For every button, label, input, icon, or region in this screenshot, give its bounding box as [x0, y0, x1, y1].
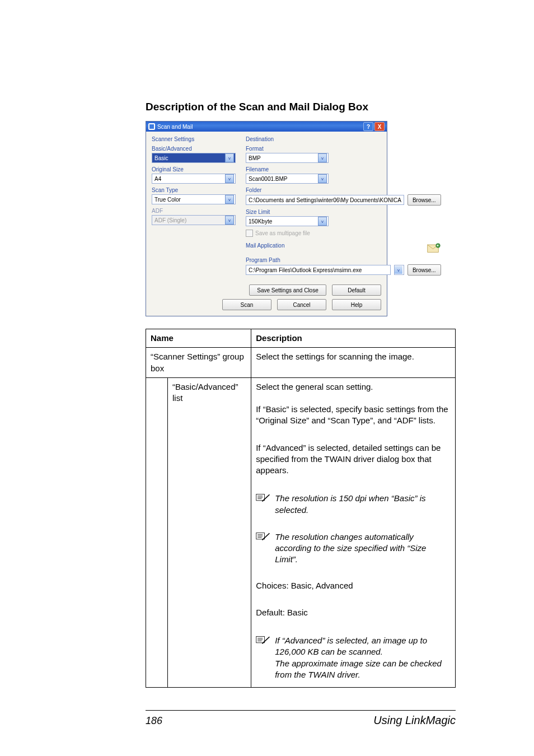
- row-desc: Select the settings for scanning the ima…: [251, 348, 456, 378]
- table-row: “Basic/Advanced” list Select the general…: [146, 377, 456, 396]
- cancel-button[interactable]: Cancel: [277, 299, 326, 310]
- scan-type-label: Scan Type: [152, 187, 236, 193]
- filename-value: Scan0001.BMP: [249, 176, 288, 182]
- chevron-down-icon: v: [225, 195, 234, 204]
- row-desc: Select the general scan setting.: [251, 377, 456, 396]
- svg-line-6: [263, 495, 270, 502]
- program-path-dropdown[interactable]: v: [394, 265, 404, 275]
- chevron-down-icon: v: [395, 266, 402, 274]
- original-size-select[interactable]: A4 v: [152, 174, 236, 184]
- scanner-settings-group-title: Scanner Settings: [152, 136, 236, 142]
- note-text: The resolution changes automatically acc…: [275, 531, 451, 566]
- note-text: The resolution is 150 dpi when “Basic” i…: [275, 493, 451, 516]
- destination-group-title: Destination: [246, 136, 441, 142]
- svg-line-18: [263, 637, 270, 643]
- format-value: BMP: [249, 155, 261, 161]
- chevron-down-icon: v: [225, 174, 234, 183]
- dialog-titlebar: Scan and Mail ? X: [146, 122, 387, 132]
- help-button-icon[interactable]: ?: [363, 122, 373, 131]
- row-name: “Basic/Advanced” list: [168, 377, 251, 687]
- filename-label: Filename: [246, 166, 441, 172]
- chevron-down-icon: v: [318, 174, 327, 183]
- row-desc: The resolution is 150 dpi when “Basic” i…: [251, 484, 456, 522]
- row-desc: The resolution changes automatically acc…: [251, 522, 456, 572]
- basic-advanced-value: Basic: [154, 155, 168, 161]
- row-desc: If “Basic” is selected, specify basic se…: [251, 396, 456, 435]
- note: The resolution is 150 dpi when “Basic” i…: [256, 493, 451, 516]
- row-desc: Choices: Basic, Advanced: [251, 572, 456, 599]
- section-title: Description of the Scan and Mail Dialog …: [146, 101, 456, 113]
- note-icon: [256, 531, 270, 542]
- table-header-description: Description: [251, 329, 456, 348]
- basic-advanced-label: Basic/Advanced: [152, 146, 236, 152]
- save-multipage-checkbox: [246, 230, 253, 237]
- program-path-label: Program Path: [246, 257, 441, 263]
- save-multipage-label: Save as multipage file: [255, 230, 310, 236]
- save-settings-close-button[interactable]: Save Settings and Close: [249, 284, 326, 296]
- note: The resolution changes automatically acc…: [256, 531, 451, 566]
- paragraph: If “Basic” is selected, specify basic se…: [256, 404, 451, 427]
- page-section-label: Using LinkMagic: [373, 714, 456, 727]
- page-footer: 186 Using LinkMagic: [146, 710, 456, 727]
- paragraph: Default: Basic: [256, 607, 451, 618]
- note-icon: [256, 493, 270, 503]
- paragraph: If “Advanced” is selected, detailed sett…: [256, 442, 451, 477]
- scan-type-select[interactable]: True Color v: [152, 194, 236, 204]
- program-path-input[interactable]: C:\Program Files\Outlook Express\msimn.e…: [246, 265, 391, 275]
- filename-select[interactable]: Scan0001.BMP v: [246, 174, 329, 184]
- chevron-down-icon: v: [318, 153, 327, 162]
- row-desc: If “Advanced” is selected, an image up t…: [251, 626, 456, 688]
- scan-type-value: True Color: [154, 197, 181, 203]
- size-limit-value: 150Kbyte: [249, 218, 272, 225]
- close-button-icon[interactable]: X: [374, 122, 385, 131]
- adf-label: ADF: [152, 208, 236, 214]
- app-icon: [148, 123, 155, 130]
- dialog-title: Scan and Mail: [157, 124, 193, 130]
- row-desc: If “Advanced” is selected, detailed sett…: [251, 435, 456, 484]
- table-row: “Scanner Settings” group box Select the …: [146, 348, 456, 378]
- folder-label: Folder: [246, 187, 441, 193]
- svg-line-12: [263, 533, 270, 540]
- scan-button[interactable]: Scan: [222, 299, 271, 310]
- note-icon: [256, 635, 270, 645]
- paragraph: Choices: Basic, Advanced: [256, 580, 451, 591]
- adf-value: ADF (Single): [154, 217, 186, 223]
- adf-select: ADF (Single) v: [152, 215, 236, 225]
- row-desc: Default: Basic: [251, 599, 456, 626]
- original-size-label: Original Size: [152, 166, 236, 172]
- scan-and-mail-dialog: Scan and Mail ? X Scanner Settings Basic…: [146, 121, 387, 316]
- browse-program-button[interactable]: Browse...: [407, 264, 441, 276]
- note-text: If “Advanced” is selected, an image up t…: [275, 635, 451, 680]
- chevron-down-icon: v: [318, 217, 327, 226]
- folder-input[interactable]: C:\Documents and Settings\winter06\My Do…: [246, 195, 404, 205]
- format-label: Format: [246, 146, 441, 152]
- page-number: 186: [146, 715, 162, 727]
- size-limit-label: Size Limit: [246, 209, 441, 215]
- row-indent: [146, 377, 168, 687]
- table-header-name: Name: [146, 329, 251, 348]
- default-button[interactable]: Default: [332, 284, 381, 296]
- row-name: “Scanner Settings” group box: [146, 348, 251, 378]
- browse-folder-button[interactable]: Browse...: [407, 194, 441, 206]
- description-table: Name Description “Scanner Settings” grou…: [146, 329, 456, 688]
- help-button[interactable]: Help: [332, 299, 381, 310]
- format-select[interactable]: BMP v: [246, 153, 329, 163]
- note: If “Advanced” is selected, an image up t…: [256, 635, 451, 680]
- mail-application-group-title: Mail Application: [246, 242, 423, 249]
- size-limit-select[interactable]: 150Kbyte v: [246, 216, 329, 226]
- chevron-down-icon: v: [225, 216, 234, 225]
- basic-advanced-select[interactable]: Basic v: [152, 153, 236, 163]
- original-size-value: A4: [154, 176, 161, 182]
- chevron-down-icon: v: [225, 153, 234, 162]
- mail-icon: [427, 242, 441, 254]
